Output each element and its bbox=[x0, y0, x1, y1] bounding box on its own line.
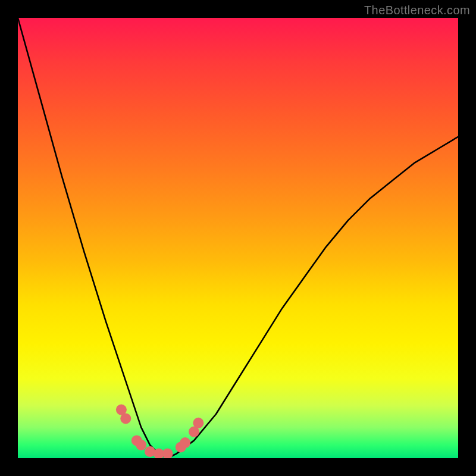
watermark-text: TheBottleneck.com bbox=[364, 4, 470, 17]
bottleneck-curve-line bbox=[18, 18, 458, 458]
marker-dot bbox=[193, 418, 203, 428]
chart-container: TheBottleneck.com bbox=[0, 0, 476, 476]
chart-svg bbox=[18, 18, 458, 458]
marker-dot bbox=[162, 449, 173, 458]
marker-dot bbox=[136, 440, 146, 450]
marker-dot bbox=[120, 413, 131, 424]
curve-markers bbox=[116, 405, 204, 458]
marker-dot bbox=[180, 437, 190, 448]
plot-area bbox=[18, 18, 458, 458]
